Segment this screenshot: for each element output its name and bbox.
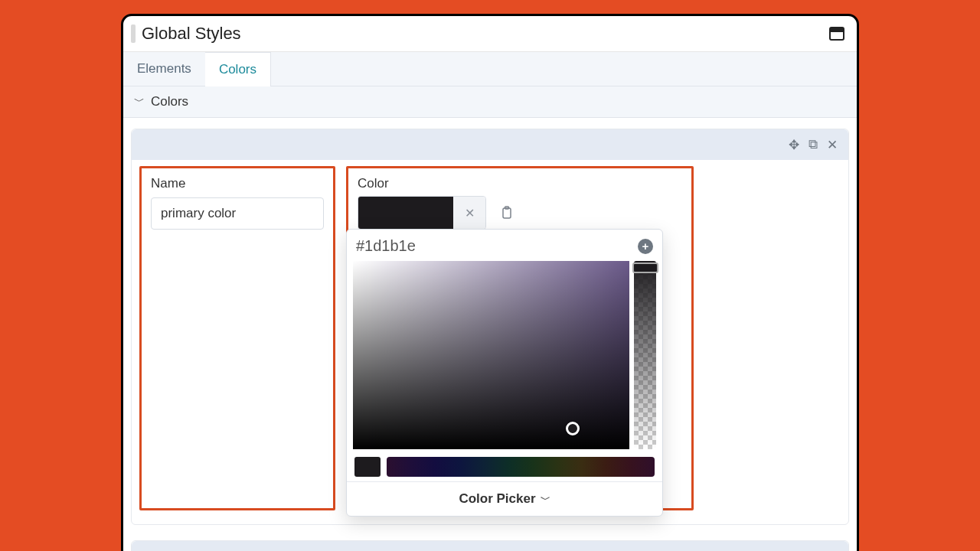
color-picker: #1d1b1e + [346, 229, 663, 517]
hex-value[interactable]: #1d1b1e [356, 237, 416, 255]
clear-color-icon[interactable]: ✕ [453, 197, 485, 229]
chevron-down-icon: ﹀ [541, 494, 550, 505]
svg-rect-2 [503, 208, 511, 218]
color-card: ✥ ⧉ ✕ Name [131, 540, 849, 551]
name-field-highlight: Name [139, 166, 335, 510]
card-toolbar: ✥ ⧉ ✕ [132, 541, 848, 551]
tabs: Elements Colors [123, 52, 857, 86]
sv-cursor[interactable] [566, 422, 580, 435]
color-field-highlight: Color ✕ [346, 166, 694, 510]
move-icon[interactable]: ✥ [789, 549, 799, 552]
color-name-input[interactable] [151, 197, 324, 230]
panel-header: Global Styles [123, 16, 857, 52]
card-toolbar: ✥ ⧉ ✕ [132, 129, 848, 160]
colors-body: ✥ ⧉ ✕ Name Color [123, 118, 857, 551]
section-colors[interactable]: ﹀ Colors [123, 86, 857, 118]
tab-elements[interactable]: Elements [123, 52, 205, 86]
global-styles-panel: Global Styles Elements Colors ﹀ Colors ✥… [121, 14, 859, 551]
color-picker-toggle[interactable]: Color Picker﹀ [347, 481, 662, 516]
color-swatch-input[interactable]: ✕ [358, 196, 486, 230]
copy-icon[interactable]: ⧉ [808, 137, 818, 152]
color-swatch [358, 197, 453, 229]
tab-colors[interactable]: Colors [205, 52, 271, 86]
name-label: Name [151, 176, 324, 191]
color-card: ✥ ⧉ ✕ Name Color [131, 129, 849, 525]
panel-title: Global Styles [142, 24, 241, 44]
close-icon[interactable]: ✕ [827, 137, 838, 153]
move-icon[interactable]: ✥ [789, 137, 799, 153]
hue-slider[interactable] [387, 457, 655, 477]
svg-rect-1 [830, 28, 844, 32]
window-icon[interactable] [829, 27, 844, 41]
close-icon[interactable]: ✕ [827, 549, 838, 552]
current-color-swatch [354, 457, 381, 477]
chevron-down-icon: ﹀ [134, 95, 145, 109]
saturation-value-area[interactable] [353, 261, 629, 449]
alpha-thumb[interactable] [632, 262, 658, 273]
color-label: Color [358, 176, 682, 191]
drag-handle-icon[interactable] [131, 24, 136, 43]
clipboard-icon[interactable] [495, 201, 518, 224]
alpha-slider[interactable] [634, 261, 656, 449]
section-label: Colors [151, 94, 188, 109]
add-swatch-icon[interactable]: + [638, 239, 653, 254]
